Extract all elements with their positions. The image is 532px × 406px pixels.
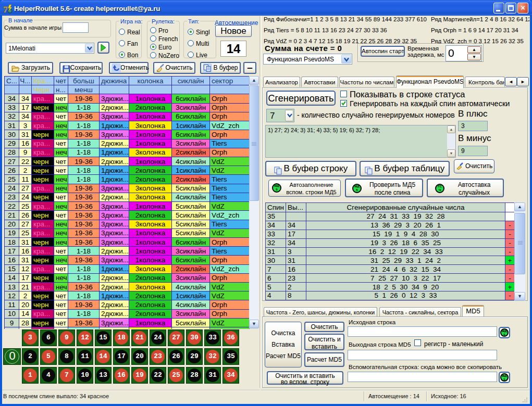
svg-text:7: 7 xyxy=(3,5,8,14)
